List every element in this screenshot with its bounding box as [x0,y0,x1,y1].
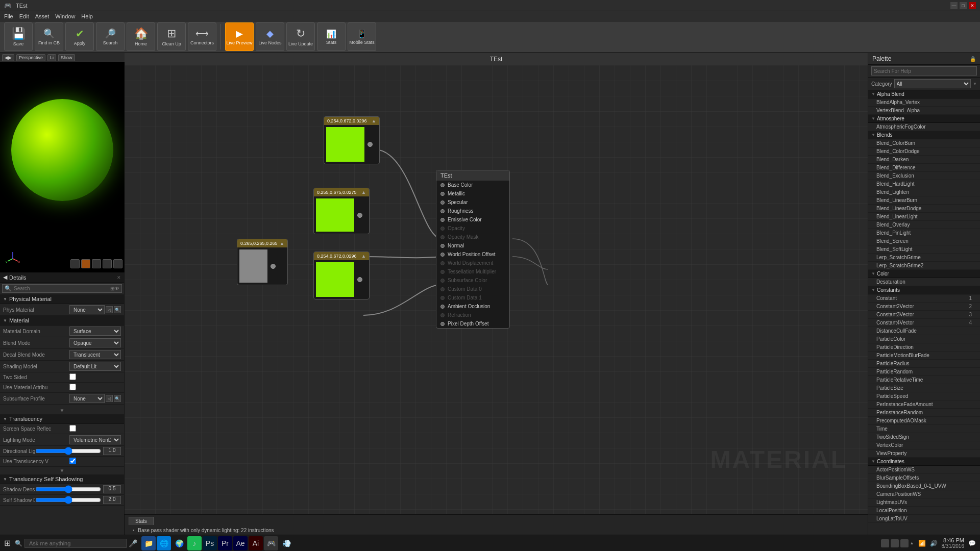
item-distancecullfade[interactable]: DistanceCullFade [868,327,980,335]
volume-icon[interactable]: 🔊 [930,540,938,547]
app-ai[interactable]: Ai [249,536,263,550]
section-constants[interactable]: ▼ Constants [868,286,980,294]
item-constant4vector[interactable]: Constant4Vector 4 [868,319,980,327]
pin-refraction[interactable]: Refraction [436,311,509,319]
pin-normal[interactable]: Normal [436,241,509,250]
physical-material-section[interactable]: ▼ Physical Material [0,294,124,304]
app-premiere[interactable]: Pr [218,536,232,550]
pin-roughness[interactable]: Roughness [436,207,509,215]
material-domain-select[interactable]: Surface [69,327,121,336]
save-button[interactable]: 💾 Save [4,22,33,51]
two-sided-checkbox[interactable] [69,373,76,380]
item-localposition[interactable]: LocalPosition [868,507,980,515]
item-constant[interactable]: Constant 1 [868,294,980,303]
menu-edit[interactable]: Edit [19,13,29,19]
palette-search-input[interactable] [871,66,977,76]
expand-btn2[interactable]: ▼ [60,468,65,473]
item-blend-colorburn[interactable]: Blend_ColorBurn [868,139,980,147]
item-desaturation[interactable]: Desaturation [868,278,980,286]
menu-file[interactable]: File [4,13,13,19]
vp-perspective-btn[interactable]: Perspective [16,54,45,61]
vp-toggle-btn[interactable]: ◀▶ [2,54,14,61]
item-particlemotionblurfade[interactable]: ParticleMotionBlurFade [868,352,980,360]
item-time[interactable]: Time [868,425,980,433]
tray-icon-1[interactable] [881,539,889,547]
shading-model-select[interactable]: Default Lit [69,362,121,371]
app-spotify[interactable]: ♪ [187,536,202,550]
menu-asset[interactable]: Asset [35,13,50,19]
network-icon[interactable]: 📶 [918,540,926,547]
item-constant2vector[interactable]: Constant2Vector 2 [868,303,980,311]
app-steam[interactable]: 💨 [279,536,293,550]
use-translucency-checkbox[interactable] [69,458,76,464]
item-viewproperty[interactable]: ViewProperty [868,449,980,458]
node-1[interactable]: 0.254,0.672,0.0296 ▲ [324,116,380,164]
notification-icon[interactable]: 💬 [968,540,976,547]
phys-browse-btn[interactable]: 🔍 [114,306,121,313]
stats-tab[interactable]: Stats [129,517,864,525]
vp-icon-3[interactable] [92,259,101,268]
app-photoshop[interactable]: Ps [203,536,217,550]
item-blend-pinlight[interactable]: Blend_PinLight [868,229,980,237]
tray-icon-3[interactable] [900,539,909,547]
live-update-button[interactable]: ↻ Live Update [286,22,315,51]
pin-custom0[interactable]: Custom Data 0 [436,285,509,293]
item-blend-overlay[interactable]: Blend_Overlay [868,221,980,229]
section-color[interactable]: ▼ Color [868,270,980,278]
cortana-icon[interactable]: 🎤 [129,539,137,547]
vp-icon-1[interactable] [70,259,80,268]
pin-world-disp[interactable]: World Displacement [436,259,509,267]
item-longlatouv[interactable]: LongLatToUV [868,515,980,523]
item-blend-lineardodge[interactable]: Blend_LinearDodge [868,205,980,213]
item-boundingboxbased[interactable]: BoundingBoxBased_0-1_UVW [868,482,980,490]
find-in-cb-button[interactable]: 🔍 Find in CB [35,22,63,51]
search-icon[interactable]: 🔍 [15,540,22,547]
palette-search[interactable] [868,65,980,78]
minimize-btn[interactable]: — [950,2,958,9]
test-node[interactable]: TEst Base Color Metallic Specular [436,170,510,329]
item-perinstancerandom[interactable]: PerInstanceRandom [868,409,980,417]
eye-icon[interactable]: 👁 [114,286,119,291]
details-header[interactable]: ◀ Details ✕ [0,272,124,283]
node-1-expand[interactable]: ▲ [372,118,376,123]
phys-material-select[interactable]: None [69,305,105,314]
item-blend-screen[interactable]: Blend_Screen [868,237,980,245]
close-btn[interactable]: ✕ [969,2,976,9]
section-alpha-blend[interactable]: ▼ Alpha Blend [868,90,980,98]
node-4[interactable]: 0.254,0.672,0.0296 ▲ [313,252,370,299]
tray-icon-2[interactable] [891,539,899,547]
section-atmosphere[interactable]: ▼ Atmosphere [868,115,980,123]
shadow-density-slider[interactable] [35,486,101,492]
app-edge[interactable]: 🌐 [157,536,171,550]
item-particledirection[interactable]: ParticleDirection [868,343,980,352]
item-precomputedaomask[interactable]: PrecomputedAOMask [868,417,980,425]
node-3-expand[interactable]: ▲ [280,241,284,246]
vp-li-btn[interactable]: Li [47,54,56,61]
pin-world-pos[interactable]: World Position Offset [436,250,509,259]
item-blend-alpha-vertex[interactable]: BlendAlpha_Vertex [868,98,980,107]
item-particlesize[interactable]: ParticleSize [868,384,980,392]
category-select[interactable]: All [894,79,971,88]
subsurface-nav-btn[interactable]: ◁ [106,395,113,402]
item-particlespeed[interactable]: ParticleSpeed [868,392,980,400]
item-blend-linearburn[interactable]: Blend_LinearBurn [868,196,980,205]
item-blend-colordodge[interactable]: Blend_ColorDodge [868,147,980,156]
item-blend-hardlight[interactable]: Blend_HardLight [868,180,980,188]
tray-arrow[interactable]: ▲ [910,541,914,545]
item-lerp-scratchgrime2[interactable]: Lerp_ScratchGrime2 [868,262,980,270]
expand-btn[interactable]: ▼ [60,408,65,413]
live-nodes-button[interactable]: ◆ Live Nodes [256,22,284,51]
stats-tab-label[interactable]: Stats [129,517,154,525]
live-preview-button[interactable]: ▶ Live Preview [225,22,254,51]
item-blend-darken[interactable]: Blend_Darken [868,156,980,164]
section-coordinates[interactable]: ▼ Coordinates [868,458,980,466]
pin-base-color[interactable]: Base Color [436,181,509,189]
time-display[interactable]: 8:46 PM 8/31/2016 [942,537,965,549]
node-4-output[interactable] [357,277,362,282]
app-explorer[interactable]: 📁 [141,536,156,550]
item-constant3vector[interactable]: Constant3Vector 3 [868,311,980,319]
item-particlecolor[interactable]: ParticleColor [868,335,980,343]
screen-space-checkbox[interactable] [69,425,76,432]
directional-slider[interactable] [35,448,101,454]
node-3[interactable]: 0.265,0.265,0.265 ▲ [237,239,288,285]
